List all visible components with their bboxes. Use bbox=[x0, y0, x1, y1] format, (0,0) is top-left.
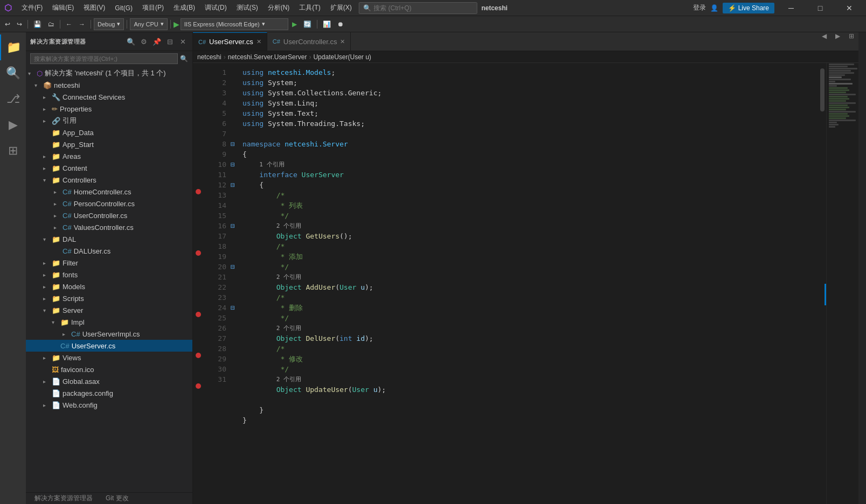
tab-user-controller[interactable]: C# UserController.cs ✕ bbox=[267, 32, 351, 51]
toolbar-run-btn[interactable]: ▶ bbox=[289, 19, 300, 30]
editor-scrollbar[interactable] bbox=[819, 63, 826, 504]
sidebar-item-values-controller[interactable]: ▸ C# ValuesController.cs bbox=[26, 221, 192, 233]
tab-user-server[interactable]: C# UserServer.cs ✕ bbox=[193, 32, 267, 51]
menu-file[interactable]: 文件(F) bbox=[17, 1, 47, 15]
tab-split[interactable]: ⊞ bbox=[844, 32, 858, 51]
git-changes-tab[interactable]: Git 更改 bbox=[101, 493, 133, 504]
menu-test[interactable]: 测试(S) bbox=[232, 1, 262, 15]
breadcrumb-sep-2: › bbox=[309, 53, 311, 61]
menu-extensions[interactable]: 扩展(X) bbox=[326, 1, 356, 15]
run-config-dropdown[interactable]: IIS Express (Microsoft Edge) ▾ bbox=[181, 18, 288, 30]
platform-chevron: ▾ bbox=[161, 20, 164, 27]
sidebar-item-web-config[interactable]: ▸ 📄 Web.config bbox=[26, 399, 192, 411]
sidebar-item-global[interactable]: ▸ 📄 Global.asax bbox=[26, 375, 192, 387]
fold-24[interactable]: ⊟ bbox=[231, 303, 238, 313]
signin-button[interactable]: 登录 bbox=[693, 3, 706, 12]
fold-12[interactable]: ⊟ bbox=[231, 180, 238, 190]
restore-button[interactable]: □ bbox=[808, 0, 833, 16]
breadcrumb-project[interactable]: netceshi bbox=[197, 53, 221, 61]
menu-edit[interactable]: 编辑(E) bbox=[48, 1, 78, 15]
sidebar-item-server[interactable]: ▾ 📁 Server bbox=[26, 304, 192, 316]
sidebar-item-app-start[interactable]: ▸ 📁 App_Start bbox=[26, 138, 192, 150]
sidebar-item-packages[interactable]: ▸ 📄 packages.config bbox=[26, 387, 192, 399]
sidebar-item-home-controller[interactable]: ▸ C# HomeController.cs bbox=[26, 186, 192, 198]
sidebar-item-dal-user[interactable]: ▸ C# DALUser.cs bbox=[26, 245, 192, 257]
toolbar-back[interactable]: ← bbox=[63, 19, 75, 30]
search-input[interactable] bbox=[373, 4, 460, 12]
fold-8[interactable]: ⊟ bbox=[231, 139, 238, 149]
run-icon: ▶ bbox=[174, 20, 179, 29]
fold-20[interactable]: ⊟ bbox=[231, 262, 238, 272]
menu-project[interactable]: 项目(P) bbox=[138, 1, 168, 15]
sidebar-item-content[interactable]: ▸ 📁 Content bbox=[26, 162, 192, 174]
sidebar-collapse-btn[interactable]: ⊟ bbox=[164, 36, 175, 47]
breadcrumb-method[interactable]: UpdateUser(User u) bbox=[313, 53, 371, 61]
solution-explorer-tab[interactable]: 解决方案资源管理器 bbox=[30, 493, 97, 504]
sidebar-item-fonts[interactable]: ▸ 📁 fonts bbox=[26, 269, 192, 281]
person-icon[interactable]: 👤 bbox=[710, 4, 718, 12]
menu-git[interactable]: Git(G) bbox=[110, 2, 137, 14]
close-button[interactable]: ✕ bbox=[837, 0, 862, 16]
fold-10[interactable]: ⊟ bbox=[231, 159, 238, 170]
sidebar-item-favicon[interactable]: ▸ 🖼 favicon.ico bbox=[26, 363, 192, 375]
fold-16[interactable]: ⊟ bbox=[231, 221, 238, 231]
sidebar-item-netceshi[interactable]: ▾ 📦 netceshi bbox=[26, 79, 192, 91]
tab-close-user-controller[interactable]: ✕ bbox=[340, 38, 345, 45]
menu-tools[interactable]: 工具(T) bbox=[295, 1, 324, 15]
toolbar-undo[interactable]: ↩ bbox=[2, 19, 13, 30]
code-editor[interactable]: 1234567891011121314151617181920212223242… bbox=[193, 63, 858, 504]
sidebar-item-dal[interactable]: ▾ 📁 DAL bbox=[26, 233, 192, 245]
sidebar-item-person-controller[interactable]: ▸ C# PersonController.cs bbox=[26, 198, 192, 209]
sidebar-pin-btn[interactable]: 📌 bbox=[151, 36, 162, 47]
sidebar-item-controllers[interactable]: ▾ 📁 Controllers bbox=[26, 174, 192, 186]
code-text-area[interactable]: using netceshi.Models; using System; usi… bbox=[238, 63, 819, 504]
toolbar-restart[interactable]: 🔄 bbox=[301, 19, 314, 30]
sidebar-item-properties[interactable]: ▸ ✏ Properties bbox=[26, 103, 192, 115]
sidebar-item-user-controller[interactable]: ▸ C# UserController.cs bbox=[26, 209, 192, 221]
live-share-button[interactable]: ⚡ Live Share bbox=[723, 3, 774, 13]
sidebar-item-user-server[interactable]: ▸ C# UserServer.cs bbox=[26, 340, 192, 352]
minimize-button[interactable]: ─ bbox=[779, 0, 803, 16]
sidebar-search-input[interactable] bbox=[30, 53, 178, 64]
solution-item[interactable]: ▾ ⬡ 解决方案 'netceshi' (1 个项目，共 1 个) bbox=[26, 67, 192, 79]
sidebar-settings-btn[interactable]: ⚙ bbox=[138, 36, 149, 47]
toolbar-redo[interactable]: ↪ bbox=[14, 19, 25, 30]
menu-analyze[interactable]: 分析(N) bbox=[264, 1, 294, 15]
sidebar-item-connected-services[interactable]: ▸ 🔧 Connected Services bbox=[26, 91, 192, 103]
global-search-box[interactable]: 🔍 bbox=[358, 2, 477, 14]
activity-search[interactable]: 🔍 bbox=[0, 60, 26, 86]
menu-debug[interactable]: 调试(D) bbox=[200, 1, 231, 15]
sidebar-item-views[interactable]: ▸ 📁 Views bbox=[26, 352, 192, 363]
sidebar-item-app-data[interactable]: ▸ 📁 App_Data bbox=[26, 127, 192, 138]
sidebar-item-filter[interactable]: ▸ 📁 Filter bbox=[26, 257, 192, 269]
sidebar-close-btn[interactable]: ✕ bbox=[177, 36, 188, 47]
sidebar-item-user-server-impl[interactable]: ▸ C# UserServerImpl.cs bbox=[26, 328, 192, 340]
toolbar-diagnostic[interactable]: 📊 bbox=[320, 19, 334, 30]
tab-close-user-server[interactable]: ✕ bbox=[257, 38, 261, 45]
sidebar-item-ref[interactable]: ▸ 🔗 引用 bbox=[26, 115, 192, 127]
activity-extensions[interactable]: ⊞ bbox=[0, 138, 26, 164]
debug-config-dropdown[interactable]: Debug ▾ bbox=[94, 18, 124, 30]
tab-scroll-right[interactable]: ▶ bbox=[831, 32, 844, 51]
menu-build[interactable]: 生成(B) bbox=[169, 1, 199, 15]
editor-minimap[interactable] bbox=[826, 63, 858, 504]
menu-view[interactable]: 视图(V) bbox=[79, 1, 109, 15]
sidebar-item-models[interactable]: ▸ 📁 Models bbox=[26, 281, 192, 292]
sidebar-item-scripts[interactable]: ▸ 📁 Scripts bbox=[26, 292, 192, 304]
titlebar-center: 🔍 netceshi bbox=[358, 2, 508, 14]
activity-explorer[interactable]: 📁 bbox=[0, 34, 26, 60]
activity-run[interactable]: ▶ bbox=[0, 112, 26, 138]
sidebar-search-btn[interactable]: 🔍 bbox=[126, 36, 136, 47]
toolbar-forward[interactable]: → bbox=[76, 19, 88, 30]
tab-scroll-left[interactable]: ◀ bbox=[817, 32, 831, 51]
scroll-thumb[interactable] bbox=[820, 68, 825, 111]
toolbar-save[interactable]: 💾 bbox=[31, 19, 44, 30]
toolbar-save-all[interactable]: 🗂 bbox=[45, 19, 57, 30]
platform-dropdown[interactable]: Any CPU ▾ bbox=[130, 18, 167, 30]
activity-git[interactable]: ⎇ bbox=[0, 86, 26, 112]
breadcrumb-namespace[interactable]: netceshi.Server.UserServer bbox=[228, 53, 307, 61]
title-bar: ⬡ 文件(F) 编辑(E) 视图(V) Git(G) 项目(P) 生成(B) 调… bbox=[0, 0, 866, 16]
sidebar-item-impl[interactable]: ▾ 📁 Impl bbox=[26, 316, 192, 328]
sidebar-item-areas[interactable]: ▸ 📁 Areas bbox=[26, 150, 192, 162]
toolbar-breakpoints[interactable]: ⏺ bbox=[335, 19, 347, 30]
